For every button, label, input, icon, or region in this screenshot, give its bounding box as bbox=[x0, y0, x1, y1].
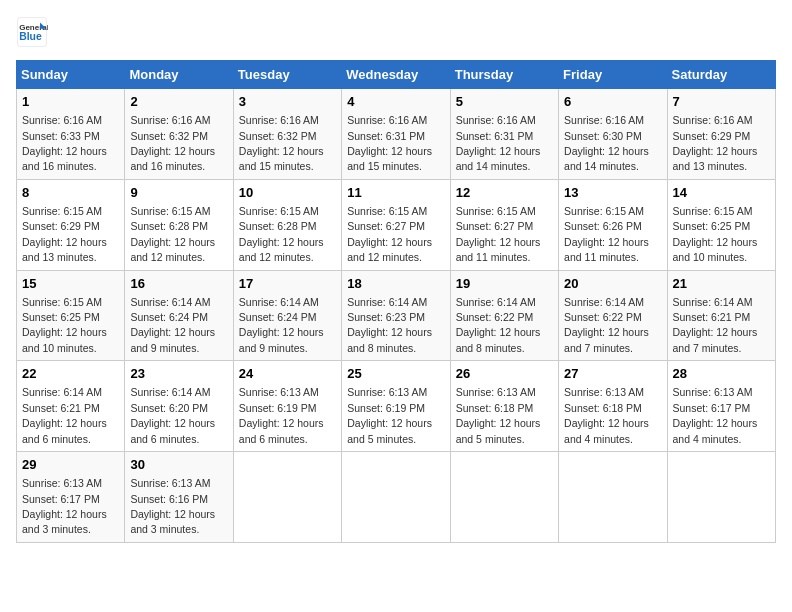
day-number: 27 bbox=[564, 365, 661, 383]
weekday-header: Monday bbox=[125, 61, 233, 89]
day-detail: Sunrise: 6:14 AMSunset: 6:20 PMDaylight:… bbox=[130, 386, 215, 444]
page-header: General Blue bbox=[16, 16, 776, 48]
calendar-cell: 14Sunrise: 6:15 AMSunset: 6:25 PMDayligh… bbox=[667, 179, 775, 270]
day-detail: Sunrise: 6:16 AMSunset: 6:31 PMDaylight:… bbox=[456, 114, 541, 172]
day-detail: Sunrise: 6:16 AMSunset: 6:30 PMDaylight:… bbox=[564, 114, 649, 172]
day-number: 9 bbox=[130, 184, 227, 202]
calendar-cell: 22Sunrise: 6:14 AMSunset: 6:21 PMDayligh… bbox=[17, 361, 125, 452]
calendar-cell: 28Sunrise: 6:13 AMSunset: 6:17 PMDayligh… bbox=[667, 361, 775, 452]
calendar-cell: 17Sunrise: 6:14 AMSunset: 6:24 PMDayligh… bbox=[233, 270, 341, 361]
calendar-cell: 20Sunrise: 6:14 AMSunset: 6:22 PMDayligh… bbox=[559, 270, 667, 361]
calendar-cell: 8Sunrise: 6:15 AMSunset: 6:29 PMDaylight… bbox=[17, 179, 125, 270]
day-detail: Sunrise: 6:15 AMSunset: 6:29 PMDaylight:… bbox=[22, 205, 107, 263]
day-number: 18 bbox=[347, 275, 444, 293]
weekday-header: Sunday bbox=[17, 61, 125, 89]
day-number: 5 bbox=[456, 93, 553, 111]
calendar-cell bbox=[450, 452, 558, 543]
calendar-cell: 10Sunrise: 6:15 AMSunset: 6:28 PMDayligh… bbox=[233, 179, 341, 270]
day-detail: Sunrise: 6:13 AMSunset: 6:19 PMDaylight:… bbox=[239, 386, 324, 444]
day-detail: Sunrise: 6:14 AMSunset: 6:22 PMDaylight:… bbox=[456, 296, 541, 354]
day-number: 22 bbox=[22, 365, 119, 383]
day-number: 4 bbox=[347, 93, 444, 111]
day-detail: Sunrise: 6:14 AMSunset: 6:21 PMDaylight:… bbox=[22, 386, 107, 444]
day-number: 8 bbox=[22, 184, 119, 202]
weekday-header: Wednesday bbox=[342, 61, 450, 89]
day-number: 6 bbox=[564, 93, 661, 111]
day-number: 20 bbox=[564, 275, 661, 293]
day-detail: Sunrise: 6:15 AMSunset: 6:25 PMDaylight:… bbox=[673, 205, 758, 263]
day-number: 15 bbox=[22, 275, 119, 293]
day-number: 13 bbox=[564, 184, 661, 202]
day-detail: Sunrise: 6:13 AMSunset: 6:19 PMDaylight:… bbox=[347, 386, 432, 444]
weekday-header: Friday bbox=[559, 61, 667, 89]
day-detail: Sunrise: 6:14 AMSunset: 6:21 PMDaylight:… bbox=[673, 296, 758, 354]
day-detail: Sunrise: 6:15 AMSunset: 6:28 PMDaylight:… bbox=[130, 205, 215, 263]
day-detail: Sunrise: 6:13 AMSunset: 6:18 PMDaylight:… bbox=[456, 386, 541, 444]
calendar-table: SundayMondayTuesdayWednesdayThursdayFrid… bbox=[16, 60, 776, 543]
calendar-cell bbox=[667, 452, 775, 543]
calendar-cell: 2Sunrise: 6:16 AMSunset: 6:32 PMDaylight… bbox=[125, 89, 233, 180]
calendar-cell: 13Sunrise: 6:15 AMSunset: 6:26 PMDayligh… bbox=[559, 179, 667, 270]
calendar-cell: 4Sunrise: 6:16 AMSunset: 6:31 PMDaylight… bbox=[342, 89, 450, 180]
day-detail: Sunrise: 6:14 AMSunset: 6:22 PMDaylight:… bbox=[564, 296, 649, 354]
calendar-cell: 21Sunrise: 6:14 AMSunset: 6:21 PMDayligh… bbox=[667, 270, 775, 361]
day-number: 7 bbox=[673, 93, 770, 111]
day-detail: Sunrise: 6:13 AMSunset: 6:17 PMDaylight:… bbox=[673, 386, 758, 444]
day-detail: Sunrise: 6:16 AMSunset: 6:31 PMDaylight:… bbox=[347, 114, 432, 172]
day-number: 16 bbox=[130, 275, 227, 293]
day-detail: Sunrise: 6:14 AMSunset: 6:24 PMDaylight:… bbox=[130, 296, 215, 354]
day-number: 19 bbox=[456, 275, 553, 293]
day-detail: Sunrise: 6:15 AMSunset: 6:26 PMDaylight:… bbox=[564, 205, 649, 263]
day-detail: Sunrise: 6:13 AMSunset: 6:17 PMDaylight:… bbox=[22, 477, 107, 535]
day-number: 10 bbox=[239, 184, 336, 202]
day-detail: Sunrise: 6:16 AMSunset: 6:32 PMDaylight:… bbox=[130, 114, 215, 172]
day-detail: Sunrise: 6:15 AMSunset: 6:28 PMDaylight:… bbox=[239, 205, 324, 263]
day-detail: Sunrise: 6:15 AMSunset: 6:27 PMDaylight:… bbox=[347, 205, 432, 263]
calendar-header: SundayMondayTuesdayWednesdayThursdayFrid… bbox=[17, 61, 776, 89]
weekday-header: Saturday bbox=[667, 61, 775, 89]
day-detail: Sunrise: 6:16 AMSunset: 6:33 PMDaylight:… bbox=[22, 114, 107, 172]
day-number: 28 bbox=[673, 365, 770, 383]
day-number: 25 bbox=[347, 365, 444, 383]
day-number: 1 bbox=[22, 93, 119, 111]
calendar-cell: 26Sunrise: 6:13 AMSunset: 6:18 PMDayligh… bbox=[450, 361, 558, 452]
calendar-week-row: 29Sunrise: 6:13 AMSunset: 6:17 PMDayligh… bbox=[17, 452, 776, 543]
day-number: 24 bbox=[239, 365, 336, 383]
calendar-cell: 25Sunrise: 6:13 AMSunset: 6:19 PMDayligh… bbox=[342, 361, 450, 452]
calendar-cell: 27Sunrise: 6:13 AMSunset: 6:18 PMDayligh… bbox=[559, 361, 667, 452]
weekday-header: Tuesday bbox=[233, 61, 341, 89]
day-number: 12 bbox=[456, 184, 553, 202]
svg-text:Blue: Blue bbox=[19, 31, 42, 42]
day-number: 23 bbox=[130, 365, 227, 383]
day-detail: Sunrise: 6:16 AMSunset: 6:32 PMDaylight:… bbox=[239, 114, 324, 172]
calendar-cell: 16Sunrise: 6:14 AMSunset: 6:24 PMDayligh… bbox=[125, 270, 233, 361]
logo: General Blue bbox=[16, 16, 48, 48]
day-number: 26 bbox=[456, 365, 553, 383]
calendar-cell: 5Sunrise: 6:16 AMSunset: 6:31 PMDaylight… bbox=[450, 89, 558, 180]
weekday-header: Thursday bbox=[450, 61, 558, 89]
calendar-cell: 19Sunrise: 6:14 AMSunset: 6:22 PMDayligh… bbox=[450, 270, 558, 361]
calendar-cell bbox=[559, 452, 667, 543]
day-detail: Sunrise: 6:13 AMSunset: 6:16 PMDaylight:… bbox=[130, 477, 215, 535]
day-number: 21 bbox=[673, 275, 770, 293]
calendar-week-row: 8Sunrise: 6:15 AMSunset: 6:29 PMDaylight… bbox=[17, 179, 776, 270]
day-detail: Sunrise: 6:14 AMSunset: 6:24 PMDaylight:… bbox=[239, 296, 324, 354]
calendar-cell: 1Sunrise: 6:16 AMSunset: 6:33 PMDaylight… bbox=[17, 89, 125, 180]
day-detail: Sunrise: 6:13 AMSunset: 6:18 PMDaylight:… bbox=[564, 386, 649, 444]
calendar-cell: 12Sunrise: 6:15 AMSunset: 6:27 PMDayligh… bbox=[450, 179, 558, 270]
calendar-cell: 18Sunrise: 6:14 AMSunset: 6:23 PMDayligh… bbox=[342, 270, 450, 361]
day-number: 30 bbox=[130, 456, 227, 474]
calendar-cell: 6Sunrise: 6:16 AMSunset: 6:30 PMDaylight… bbox=[559, 89, 667, 180]
day-detail: Sunrise: 6:16 AMSunset: 6:29 PMDaylight:… bbox=[673, 114, 758, 172]
calendar-week-row: 22Sunrise: 6:14 AMSunset: 6:21 PMDayligh… bbox=[17, 361, 776, 452]
calendar-cell: 23Sunrise: 6:14 AMSunset: 6:20 PMDayligh… bbox=[125, 361, 233, 452]
calendar-cell: 15Sunrise: 6:15 AMSunset: 6:25 PMDayligh… bbox=[17, 270, 125, 361]
calendar-cell bbox=[342, 452, 450, 543]
calendar-cell: 3Sunrise: 6:16 AMSunset: 6:32 PMDaylight… bbox=[233, 89, 341, 180]
day-detail: Sunrise: 6:15 AMSunset: 6:27 PMDaylight:… bbox=[456, 205, 541, 263]
calendar-cell: 9Sunrise: 6:15 AMSunset: 6:28 PMDaylight… bbox=[125, 179, 233, 270]
day-detail: Sunrise: 6:14 AMSunset: 6:23 PMDaylight:… bbox=[347, 296, 432, 354]
day-number: 29 bbox=[22, 456, 119, 474]
day-detail: Sunrise: 6:15 AMSunset: 6:25 PMDaylight:… bbox=[22, 296, 107, 354]
calendar-cell: 30Sunrise: 6:13 AMSunset: 6:16 PMDayligh… bbox=[125, 452, 233, 543]
